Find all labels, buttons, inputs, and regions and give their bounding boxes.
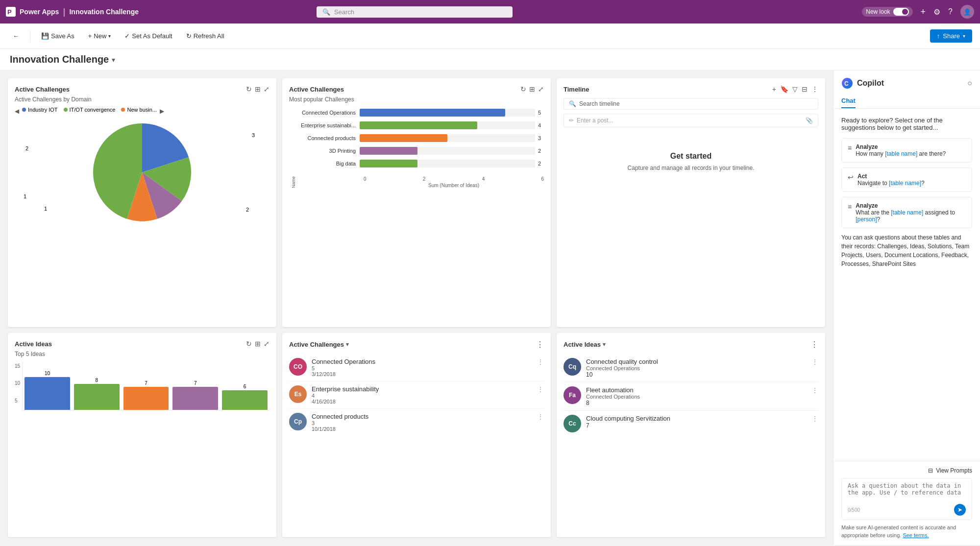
challenges-list-more-icon[interactable]: ⋮ [536, 340, 544, 349]
copilot-suggestion-0[interactable]: ≡ Analyze How many [table name] are ther… [841, 138, 972, 163]
set-default-button[interactable]: ✓ Set As Default [120, 29, 177, 43]
item-count-0: 5 [312, 365, 532, 371]
bar-refresh-icon[interactable]: ↻ [520, 85, 526, 93]
disclaimer-link[interactable]: See terms. [903, 532, 929, 538]
refresh-button[interactable]: ↻ Refresh All [181, 29, 229, 43]
item-more-2[interactable]: ⋮ [537, 413, 544, 421]
share-label: Share [943, 32, 960, 40]
view-prompts-button[interactable]: ⊟ View Prompts [841, 467, 972, 474]
legend-dot-1 [64, 108, 68, 112]
pie-refresh-icon[interactable]: ↻ [246, 85, 252, 93]
bar-copy-icon[interactable]: ⊞ [529, 85, 535, 93]
item-more-0[interactable]: ⋮ [537, 358, 544, 366]
pie-label-1: 1 [24, 193, 26, 199]
timeline-header: Timeline + 🔖 ▽ ⊟ ⋮ [564, 85, 818, 93]
item-date-1: 4/16/2018 [312, 399, 532, 404]
save-as-icon: 💾 [41, 32, 49, 40]
ideas-copy-icon[interactable]: ⊞ [255, 340, 261, 348]
suggestion-type-0: Analyze [856, 143, 966, 150]
timeline-view-icon[interactable]: ⊟ [802, 85, 808, 93]
bar-value-2: 3 [538, 135, 544, 141]
bar-expand-icon[interactable]: ⤢ [538, 85, 544, 93]
idea-more-2[interactable]: ⋮ [811, 415, 818, 423]
challenges-list-title-text: Active Challenges [289, 341, 344, 348]
timeline-empty-state: Get started Capture and manage all recor… [564, 127, 818, 196]
timeline-more-icon[interactable]: ⋮ [811, 85, 818, 93]
back-icon: ← [13, 32, 19, 40]
timeline-filter-icon[interactable]: ▽ [792, 85, 798, 93]
legend-item-0: Industry IOT [22, 107, 58, 113]
pie-label-1b: 1 [44, 206, 47, 212]
legend-dot-0 [22, 108, 26, 112]
ideas-list-more-icon[interactable]: ⋮ [810, 340, 818, 349]
check-icon: ✓ [124, 32, 130, 40]
timeline-bookmark-icon[interactable]: 🔖 [780, 85, 788, 93]
suggestion-link-2b: [person] [856, 216, 877, 223]
idea-name-2: Cloud computing Servitization [586, 415, 807, 422]
pie-chart [93, 123, 191, 221]
ideas-refresh-icon[interactable]: ↻ [246, 340, 252, 348]
new-look-label: New look [866, 8, 890, 15]
pie-copy-icon[interactable]: ⊞ [255, 85, 261, 93]
timeline-add-icon[interactable]: + [772, 85, 776, 93]
copilot-close-icon[interactable]: ○ [967, 79, 972, 88]
copilot-suggestion-1[interactable]: ↩ Act Navigate to [table name]? [841, 167, 972, 192]
bar-track-0 [360, 109, 535, 117]
tab-chat[interactable]: Chat [841, 94, 856, 108]
save-as-button[interactable]: 💾 Save As [36, 29, 79, 43]
bar-value-3: 2 [538, 148, 544, 154]
ideas-list-chevron-icon[interactable]: ▾ [603, 341, 606, 348]
page-title-chevron-icon[interactable]: ▾ [112, 56, 115, 64]
power-apps-logo: P [6, 7, 16, 17]
avatar[interactable]: 👤 [960, 5, 974, 19]
add-icon[interactable]: + [921, 7, 926, 17]
active-challenges-list-card: Active Challenges ▾ ⋮ CO Connected Opera… [282, 333, 551, 537]
idea-more-1[interactable]: ⋮ [811, 386, 818, 394]
ideas-expand-icon[interactable]: ⤢ [264, 340, 270, 348]
ideas-bar-icons: ↻ ⊞ ⤢ [246, 340, 270, 348]
bar-value-0: 5 [538, 110, 544, 116]
item-name-0: Connected Operations [312, 358, 532, 365]
legend-nav: ◀ Industry IOT IT/OT convergence New bus… [15, 107, 270, 116]
bar-track-4 [360, 160, 535, 167]
avatar-cc: Cc [564, 415, 581, 432]
legend-prev-button[interactable]: ◀ [15, 108, 19, 115]
copilot-title: Copilot [857, 79, 884, 88]
avatar-fa: Fa [564, 386, 581, 404]
main-layout: Active Challenges ↻ ⊞ ⤢ Active Challenge… [0, 71, 980, 545]
global-search[interactable]: 🔍 Search [317, 6, 513, 18]
copilot-suggestion-2[interactable]: ≡ Analyze What are the [table name] assi… [841, 197, 972, 228]
copilot-input[interactable] [848, 482, 966, 500]
bar-label-2: Connected products [296, 135, 360, 141]
copilot-send-button[interactable]: ➤ [954, 504, 966, 516]
ideas-list-header: Active Ideas ▾ ⋮ [564, 340, 818, 349]
challenges-list-items: CO Connected Operations 5 3/12/2018 ⋮ Es… [289, 354, 544, 436]
idea-more-0[interactable]: ⋮ [811, 358, 818, 366]
item-name-2: Connected products [312, 413, 532, 420]
idea-item-2: Cc Cloud computing Servitization 7 ⋮ [564, 411, 818, 436]
challenges-list-chevron-icon[interactable]: ▾ [346, 341, 349, 348]
pie-expand-icon[interactable]: ⤢ [264, 85, 270, 93]
toggle-pill[interactable] [893, 8, 909, 16]
settings-icon[interactable]: ⚙ [933, 7, 940, 17]
share-button[interactable]: ↑ Share ▾ [930, 29, 972, 43]
back-button[interactable]: ← [8, 29, 24, 43]
timeline-search-icon: 🔍 [569, 100, 576, 107]
legend-next-button[interactable]: ▶ [160, 108, 164, 115]
item-more-1[interactable]: ⋮ [537, 385, 544, 393]
timeline-post-input[interactable]: ✏ Enter a post... 📎 [564, 114, 818, 127]
challenges-list-header: Active Challenges ▾ ⋮ [289, 340, 544, 349]
bar-card-header: Active Challenges ↻ ⊞ ⤢ [289, 85, 544, 93]
suggestion-content-2: Analyze What are the [table name] assign… [856, 202, 966, 223]
item-count-2: 3 [312, 420, 532, 426]
timeline-search[interactable]: 🔍 Search timeline [564, 98, 818, 110]
legend-label-0: Industry IOT [28, 107, 58, 113]
help-icon[interactable]: ? [948, 7, 953, 16]
challenges-list-title: Active Challenges ▾ [289, 341, 349, 348]
bar-fill-0 [360, 109, 505, 117]
suggestion-content-0: Analyze How many [table name] are there? [856, 143, 966, 157]
bar-fill-1 [360, 121, 477, 129]
new-button[interactable]: + New ▾ [83, 29, 116, 43]
new-look-toggle[interactable]: New look [862, 7, 912, 17]
idea-count-1: 8 [586, 400, 807, 406]
